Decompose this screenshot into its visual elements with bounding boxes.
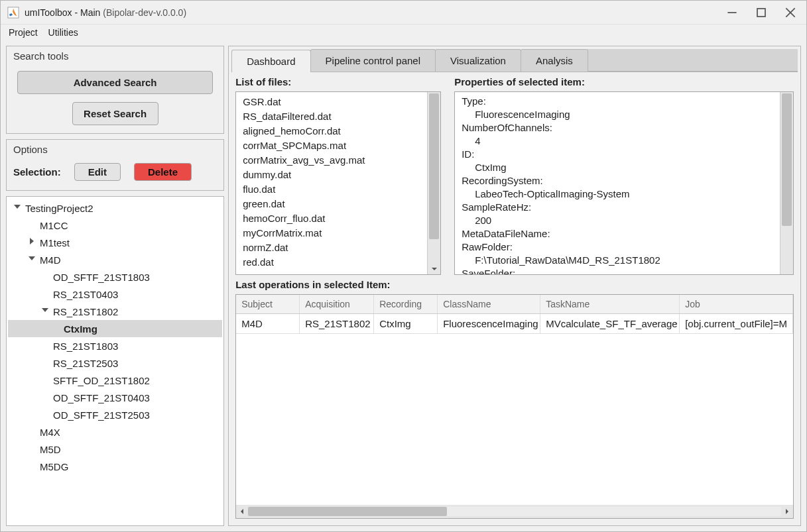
scroll-down-icon[interactable]	[428, 264, 440, 274]
reset-search-button[interactable]: Reset Search	[72, 102, 158, 125]
maximize-icon[interactable]	[756, 7, 767, 18]
tab-pipeline-control-panel[interactable]: Pipeline control panel	[310, 49, 436, 72]
menu-project[interactable]: Project	[7, 26, 39, 39]
file-list-item[interactable]: corrMatrix_avg_vs_avg.mat	[243, 153, 420, 168]
file-list-item[interactable]: RS_dataFiltered.dat	[243, 109, 420, 124]
property-value: CtxImg	[462, 161, 773, 174]
tree-node[interactable]: RS_21ST1802	[8, 303, 222, 320]
menubar: Project Utilities	[1, 25, 806, 40]
tree-node-label: M5D	[40, 444, 61, 455]
tree-node-label: M1CC	[40, 220, 68, 231]
operations-hscrollbar[interactable]	[236, 505, 793, 518]
advanced-search-button[interactable]: Advanced Search	[17, 71, 213, 94]
properties-scrollbar[interactable]	[780, 92, 793, 274]
tree-node[interactable]: M4X	[8, 423, 222, 441]
file-list-item[interactable]: aligned_hemoCorr.dat	[243, 124, 420, 138]
properties-box[interactable]: Type:FluorescenceImagingNumberOfChannels…	[454, 91, 794, 275]
tab-dashboard[interactable]: Dashboard	[231, 50, 310, 72]
property-key: ID:	[462, 148, 773, 161]
properties-label: Properties of selected item:	[454, 76, 794, 87]
property-value: LabeoTech-OpticalImaging-System	[462, 187, 773, 201]
table-header-cell[interactable]: Acquisition	[300, 295, 374, 313]
property-value: F:\Tutorial_RawData\M4D_RS_21ST1802	[462, 254, 773, 267]
edit-button[interactable]: Edit	[74, 163, 121, 181]
tree-node[interactable]: M4D	[8, 251, 222, 268]
table-cell: M4D	[236, 314, 300, 334]
menu-utilities[interactable]: Utilities	[47, 26, 80, 39]
tree-node[interactable]: OD_SFTF_21ST2503	[8, 406, 222, 423]
file-list-scrollbar[interactable]	[427, 92, 440, 274]
tree-node[interactable]: OD_SFTF_21ST0403	[8, 389, 222, 406]
tree-node-label: TestingProject2	[25, 203, 93, 214]
app-window: umIToolbox - Main (Bipolar-dev-v.0.0.0) …	[0, 0, 807, 532]
content: Search tools Advanced Search Reset Searc…	[1, 40, 806, 531]
tree-node[interactable]: RS_21ST1803	[8, 337, 222, 354]
minimize-icon[interactable]	[727, 7, 737, 18]
operations-label: Last operations in selected Item:	[235, 279, 794, 290]
table-header-cell[interactable]: Job	[680, 295, 793, 313]
table-cell: CtxImg	[374, 314, 438, 334]
table-row[interactable]: M4DRS_21ST1802CtxImgFluorescenceImagingM…	[236, 314, 793, 334]
tree-node-label: RS_21ST1802	[53, 306, 118, 317]
tree-node[interactable]: TestingProject2	[8, 199, 222, 217]
list-of-files-label: List of files:	[235, 76, 441, 87]
options-title: Options	[7, 140, 223, 156]
tabbar: DashboardPipeline control panelVisualiza…	[231, 49, 798, 72]
tree-node[interactable]: RS_21ST0403	[8, 286, 222, 303]
project-tree[interactable]: TestingProject2M1CCM1testM4DOD_SFTF_21ST…	[6, 196, 224, 526]
tab-analysis[interactable]: Analysis	[521, 49, 588, 72]
delete-button[interactable]: Delete	[134, 163, 192, 181]
chevron-down-icon[interactable]	[28, 254, 38, 265]
table-header-cell[interactable]: TaskName	[540, 295, 680, 313]
tree-node-label: RS_21ST1803	[53, 341, 118, 352]
property-value: FluorescenceImaging	[462, 108, 773, 121]
search-tools-panel: Search tools Advanced Search Reset Searc…	[6, 46, 224, 134]
svg-rect-2	[757, 9, 765, 17]
tree-node[interactable]: RS_21ST2503	[8, 354, 222, 372]
file-list-item[interactable]: GSR.dat	[243, 95, 420, 109]
operations-table[interactable]: SubjectAcquisitionRecordingClassNameTask…	[235, 294, 794, 519]
table-header-cell[interactable]: Recording	[374, 295, 438, 313]
tree-node-label: M5DG	[40, 461, 68, 472]
dashboard-panel: List of files: GSR.datRS_dataFiltered.da…	[231, 72, 798, 523]
tree-node[interactable]: SFTF_OD_21ST1802	[8, 372, 222, 389]
chevron-right-icon[interactable]	[28, 237, 38, 248]
selection-label: Selection:	[13, 166, 61, 178]
file-list-item[interactable]: green.dat	[243, 197, 420, 211]
property-key: SampleRateHz:	[462, 201, 773, 214]
tab-visualization[interactable]: Visualization	[435, 49, 521, 72]
file-list-item[interactable]: red.dat	[243, 255, 420, 270]
file-list-box[interactable]: GSR.datRS_dataFiltered.dataligned_hemoCo…	[235, 91, 441, 275]
tree-node-label: RS_21ST2503	[53, 358, 118, 369]
scroll-right-icon[interactable]	[781, 506, 793, 517]
file-list-item[interactable]: myCorrMatrix.mat	[243, 226, 420, 240]
tree-node-label: OD_SFTF_21ST2503	[53, 409, 150, 421]
search-tools-title: Search tools	[7, 46, 223, 63]
file-list-item[interactable]: normZ.dat	[243, 240, 420, 255]
tree-node[interactable]: M5DG	[8, 458, 222, 475]
chevron-down-icon[interactable]	[13, 203, 24, 213]
file-list-item[interactable]: corrMat_SPCMaps.mat	[243, 138, 420, 153]
chevron-down-icon[interactable]	[41, 306, 52, 317]
table-header-cell[interactable]: Subject	[236, 295, 300, 313]
tree-node[interactable]: CtxImg	[8, 320, 222, 337]
tree-node[interactable]: M1CC	[8, 217, 222, 234]
left-column: Search tools Advanced Search Reset Searc…	[6, 46, 224, 526]
scroll-left-icon[interactable]	[236, 506, 248, 517]
tree-node[interactable]: OD_SFTF_21ST1803	[8, 268, 222, 286]
dashboard-bottom: Last operations in selected Item: Subjec…	[235, 279, 794, 519]
tree-node-label: M4D	[40, 254, 61, 266]
file-list-item[interactable]: fluo.dat	[243, 182, 420, 197]
right-column: DashboardPipeline control panelVisualiza…	[228, 46, 801, 526]
close-icon[interactable]	[785, 7, 796, 18]
tree-node[interactable]: M1test	[8, 234, 222, 251]
file-list-item[interactable]: hemoCorr_fluo.dat	[243, 211, 420, 226]
window-title: umIToolbox - Main (Bipolar-dev-v.0.0.0)	[25, 7, 186, 18]
tree-node-label: SFTF_OD_21ST1802	[53, 375, 150, 386]
file-list-item[interactable]: dummy.dat	[243, 168, 420, 182]
tree-node[interactable]: M5D	[8, 441, 222, 458]
tree-node-label: OD_SFTF_21ST0403	[53, 392, 150, 403]
tree-node-label: CtxImg	[64, 323, 97, 335]
table-header-cell[interactable]: ClassName	[438, 295, 540, 313]
property-key: SaveFolder:	[462, 267, 773, 274]
